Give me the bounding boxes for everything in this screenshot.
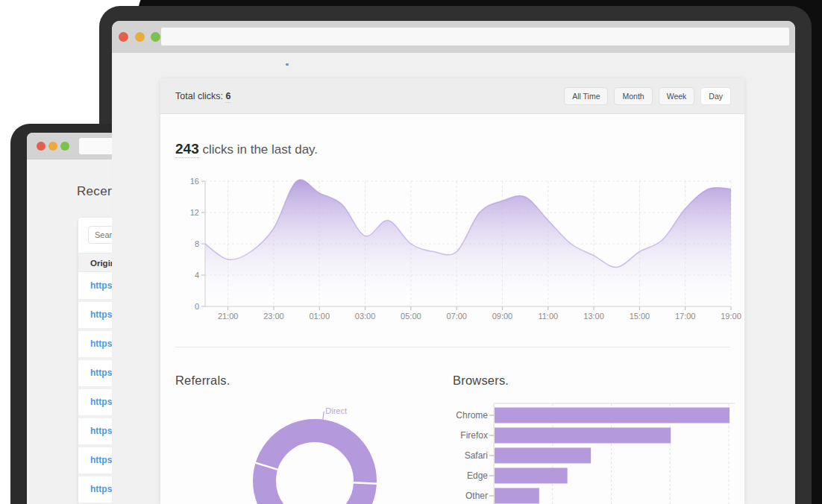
zoom-button[interactable]	[151, 32, 160, 42]
x-axis-label: 03:00	[355, 312, 376, 321]
area-fill[interactable]	[205, 180, 731, 306]
donut-ring[interactable]	[265, 431, 365, 504]
y-axis-label: 16	[190, 177, 199, 186]
page: Recen Origin https: https: https: https:…	[0, 0, 822, 504]
all-time-button[interactable]: All Time	[564, 87, 608, 105]
day-button[interactable]: Day	[700, 87, 731, 105]
y-axis-label: 8	[195, 239, 199, 248]
x-axis-label: 01:00	[309, 312, 330, 321]
clicks-headline: 243 clicks in the last day.	[175, 141, 318, 157]
week-button[interactable]: Week	[659, 87, 695, 105]
bar-label: Safari	[465, 450, 488, 461]
minimize-button[interactable]	[135, 32, 145, 42]
card-toolbar: Total clicks: 6 All Time Month Week Day	[160, 78, 744, 114]
blue-speck	[286, 63, 289, 66]
total-clicks-text: Total clicks:	[175, 91, 223, 101]
y-axis-label: 4	[195, 271, 199, 280]
bar[interactable]	[495, 448, 591, 464]
bar[interactable]	[495, 428, 671, 444]
clicks-count: 243	[175, 141, 199, 158]
time-range-buttons: All Time Month Week Day	[564, 87, 731, 105]
referrals-donut-chart[interactable]: Direct	[205, 395, 429, 504]
browser-chrome-bar	[112, 21, 795, 53]
donut-label-pointer	[323, 412, 324, 420]
x-axis-label: 11:00	[538, 312, 558, 321]
analytics-browser-window: Total clicks: 6 All Time Month Week Day …	[112, 21, 795, 504]
x-axis-label: 09:00	[492, 312, 513, 321]
close-button[interactable]	[37, 142, 46, 151]
url-bar[interactable]	[161, 28, 789, 45]
month-button[interactable]: Month	[614, 87, 652, 105]
x-axis-label: 07:00	[446, 312, 467, 321]
donut-label: Direct	[325, 406, 347, 415]
donut-separator	[352, 482, 378, 484]
bar-label: Other	[465, 491, 488, 501]
section-divider	[175, 347, 730, 347]
browsers-title: Browsers.	[453, 374, 509, 388]
close-button[interactable]	[119, 32, 128, 42]
bar-label: Chrome	[456, 410, 488, 420]
minimize-button[interactable]	[48, 142, 57, 151]
recent-links-heading: Recen	[77, 184, 115, 199]
total-clicks-value: 6	[225, 91, 230, 103]
x-axis-label: 19:00	[721, 312, 741, 321]
y-axis-label: 12	[190, 208, 199, 217]
x-axis-label: 17:00	[675, 312, 696, 321]
bar[interactable]	[495, 408, 730, 423]
x-axis-label: 21:00	[218, 312, 239, 321]
referrals-title: Referrals.	[175, 374, 230, 388]
bar[interactable]	[495, 468, 568, 484]
x-axis-label: 13:00	[583, 312, 604, 321]
clicks-area-chart[interactable]: 048121621:0023:0001:0003:0005:0007:0009:…	[160, 171, 744, 332]
x-axis-label: 15:00	[630, 312, 650, 321]
total-clicks-label: Total clicks: 6	[175, 91, 230, 101]
x-axis-label: 23:00	[263, 312, 284, 321]
browsers-bar-chart[interactable]: ChromeFirefoxSafariEdgeOther	[453, 395, 744, 504]
zoom-button[interactable]	[60, 142, 69, 151]
bar-label: Edge	[467, 470, 488, 481]
bar-label: Firefox	[460, 430, 488, 441]
y-axis-label: 0	[195, 302, 199, 311]
bar[interactable]	[495, 488, 539, 504]
clicks-headline-text: clicks in the last day.	[199, 142, 318, 157]
x-axis-label: 05:00	[401, 312, 421, 321]
analytics-card: Total clicks: 6 All Time Month Week Day …	[160, 78, 744, 504]
